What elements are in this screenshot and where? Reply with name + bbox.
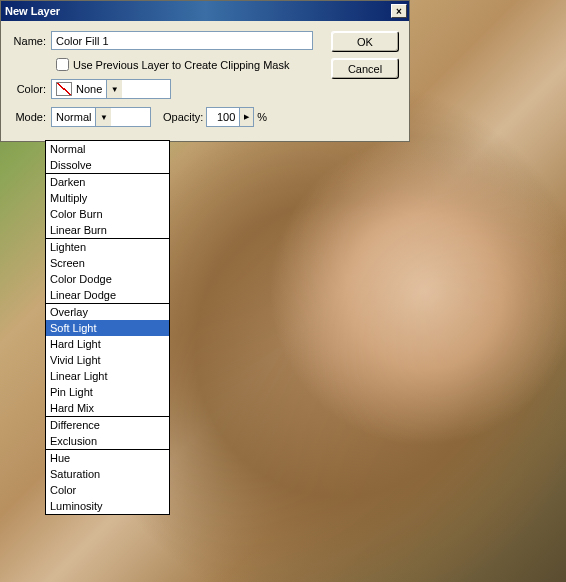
mode-dropdown-group: LightenScreenColor DodgeLinear Dodge bbox=[46, 239, 169, 304]
cancel-button[interactable]: Cancel bbox=[331, 58, 399, 79]
mode-label: Mode: bbox=[11, 111, 51, 123]
mode-option[interactable]: Vivid Light bbox=[46, 352, 169, 368]
name-label: Name: bbox=[11, 35, 51, 47]
mode-value: Normal bbox=[52, 108, 95, 126]
mode-option[interactable]: Hue bbox=[46, 450, 169, 466]
mode-option[interactable]: Exclusion bbox=[46, 433, 169, 449]
mode-option[interactable]: Linear Burn bbox=[46, 222, 169, 238]
mode-row: Mode: Normal ▼ Opacity: ▶ % bbox=[11, 107, 399, 127]
clipping-checkbox[interactable] bbox=[56, 58, 69, 71]
chevron-down-icon[interactable]: ▼ bbox=[95, 108, 111, 126]
titlebar[interactable]: New Layer × bbox=[1, 1, 409, 21]
chevron-down-icon[interactable]: ▼ bbox=[106, 80, 122, 98]
mode-option[interactable]: Multiply bbox=[46, 190, 169, 206]
opacity-input[interactable] bbox=[207, 108, 239, 126]
mode-option[interactable]: Pin Light bbox=[46, 384, 169, 400]
mode-option[interactable]: Saturation bbox=[46, 466, 169, 482]
mode-dropdown-group: HueSaturationColorLuminosity bbox=[46, 450, 169, 514]
color-label: Color: bbox=[11, 83, 51, 95]
mode-option[interactable]: Linear Dodge bbox=[46, 287, 169, 303]
opacity-label: Opacity: bbox=[163, 111, 203, 123]
color-value: None bbox=[52, 80, 106, 98]
mode-dropdown[interactable]: NormalDissolveDarkenMultiplyColor BurnLi… bbox=[45, 140, 170, 515]
mode-option[interactable]: Darken bbox=[46, 174, 169, 190]
mode-option[interactable]: Hard Mix bbox=[46, 400, 169, 416]
mode-option[interactable]: Screen bbox=[46, 255, 169, 271]
opacity-group: Opacity: ▶ % bbox=[163, 107, 267, 127]
mode-option[interactable]: Difference bbox=[46, 417, 169, 433]
close-icon: × bbox=[396, 6, 402, 17]
mode-option[interactable]: Linear Light bbox=[46, 368, 169, 384]
mode-option[interactable]: Hard Light bbox=[46, 336, 169, 352]
mode-combo[interactable]: Normal ▼ bbox=[51, 107, 151, 127]
ok-button[interactable]: OK bbox=[331, 31, 399, 52]
color-row: Color: None ▼ bbox=[11, 79, 399, 99]
mode-dropdown-group: NormalDissolve bbox=[46, 141, 169, 174]
mode-option[interactable]: Normal bbox=[46, 141, 169, 157]
mode-option[interactable]: Luminosity bbox=[46, 498, 169, 514]
mode-option[interactable]: Lighten bbox=[46, 239, 169, 255]
opacity-spinner[interactable]: ▶ bbox=[206, 107, 254, 127]
mode-option[interactable]: Color Burn bbox=[46, 206, 169, 222]
mode-option[interactable]: Overlay bbox=[46, 304, 169, 320]
mode-dropdown-group: OverlaySoft LightHard LightVivid LightLi… bbox=[46, 304, 169, 417]
triangle-right-icon[interactable]: ▶ bbox=[239, 108, 253, 126]
mode-option[interactable]: Dissolve bbox=[46, 157, 169, 173]
mode-dropdown-group: DarkenMultiplyColor BurnLinear Burn bbox=[46, 174, 169, 239]
dialog-buttons: OK Cancel bbox=[331, 31, 399, 79]
dialog-body: OK Cancel Name: Use Previous Layer to Cr… bbox=[1, 21, 409, 141]
name-input[interactable] bbox=[51, 31, 313, 50]
mode-option[interactable]: Soft Light bbox=[46, 320, 169, 336]
close-button[interactable]: × bbox=[391, 4, 407, 18]
mode-option[interactable]: Color bbox=[46, 482, 169, 498]
opacity-unit: % bbox=[257, 111, 267, 123]
new-layer-dialog: New Layer × OK Cancel Name: Use Previous… bbox=[0, 0, 410, 142]
color-combo[interactable]: None ▼ bbox=[51, 79, 171, 99]
clipping-label: Use Previous Layer to Create Clipping Ma… bbox=[73, 59, 289, 71]
mode-dropdown-group: DifferenceExclusion bbox=[46, 417, 169, 450]
mode-option[interactable]: Color Dodge bbox=[46, 271, 169, 287]
dialog-title: New Layer bbox=[5, 5, 60, 17]
